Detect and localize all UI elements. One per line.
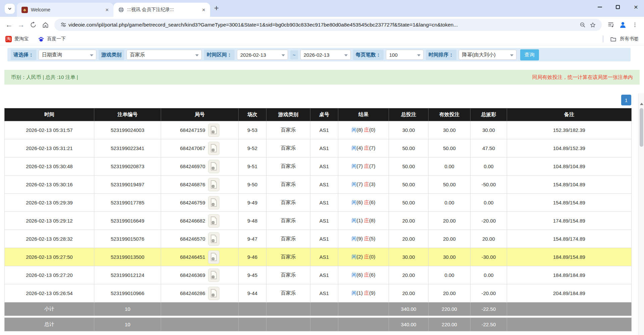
video-replay-icon[interactable]: [208, 178, 219, 191]
table-cell: AS1: [310, 157, 338, 176]
scroll-up-arrow-icon[interactable]: [640, 103, 643, 105]
table-cell: 684246570: [161, 230, 239, 248]
table-cell: 0.00: [429, 194, 470, 212]
tab-title: :::视讯 会员下注纪录:::: [127, 7, 198, 13]
round-number: 684246682: [180, 218, 205, 224]
minimize-button[interactable]: [596, 7, 603, 7]
table-cell: 20.00: [389, 212, 429, 230]
query-button[interactable]: 查询: [520, 49, 539, 60]
tab-betrecord[interactable]: :::视讯 会员下注纪录::: ×: [113, 3, 210, 17]
table-cell: 2026-02-13 05:29:12: [5, 212, 94, 230]
page-size-label: 每页笔数：: [353, 50, 384, 60]
tab-search-button[interactable]: [5, 4, 15, 14]
page-size-select[interactable]: 100: [386, 50, 424, 60]
column-header: 备注: [507, 108, 632, 121]
close-button[interactable]: ×: [633, 3, 639, 11]
column-header: 结果: [338, 108, 389, 121]
page-1-button[interactable]: 1: [621, 95, 631, 105]
table-cell: 2026-02-13 05:30:48: [5, 157, 94, 176]
video-replay-icon[interactable]: [208, 250, 219, 264]
table-row: 2026-02-13 05:27:50523199013500684246451…: [5, 248, 632, 266]
video-replay-icon[interactable]: [208, 232, 219, 246]
back-button[interactable]: ←: [3, 19, 15, 31]
video-replay-icon[interactable]: [208, 142, 219, 155]
video-replay-icon[interactable]: [208, 124, 219, 137]
table-cell: [161, 318, 239, 331]
address-bar[interactable]: videoie.com/ipl/portal.php/game/betrecor…: [54, 19, 602, 31]
table-cell: 9-48: [239, 212, 266, 230]
table-cell: 9-47: [239, 230, 266, 248]
table-cell: 104.89/104.89: [507, 157, 632, 176]
bookmark-baidu[interactable]: 百度一下: [38, 36, 66, 42]
date-to-select[interactable]: 2026-02-13: [300, 50, 351, 60]
table-cell: 340.00: [389, 302, 429, 316]
maximize-button[interactable]: [614, 5, 621, 9]
column-header: 局号: [161, 108, 239, 121]
banker-label: 庄: [364, 127, 369, 133]
result-cell: 闲(7) 庄(3): [338, 176, 389, 194]
all-bookmarks-button[interactable]: 所有书签: [620, 36, 639, 42]
table-cell: [239, 318, 266, 331]
table-cell: [266, 318, 310, 331]
url-text[interactable]: videoie.com/ipl/portal.php/game/betrecor…: [68, 22, 578, 28]
subtotal-row: 小计10340.00220.00-22.50: [5, 302, 632, 316]
media-controls-icon[interactable]: [605, 19, 616, 31]
reload-button[interactable]: [28, 19, 39, 31]
round-number: 684247159: [180, 127, 205, 133]
casino-favicon-icon: ♣: [21, 7, 28, 13]
table-cell: 523199019497: [94, 176, 161, 194]
player-label: 闲: [352, 145, 357, 151]
grand-total-row: 总计10340.00220.00-22.50: [5, 318, 632, 331]
date-from-select[interactable]: 2026-02-13: [237, 50, 288, 60]
table-cell: 340.00: [389, 318, 429, 331]
bookmark-aitaobao[interactable]: 淘 爱淘宝: [5, 36, 29, 42]
home-button[interactable]: [40, 19, 51, 31]
table-cell: [338, 302, 389, 316]
table-cell: 220.00: [429, 318, 470, 331]
table-cell: 2026-02-13 05:29:39: [5, 194, 94, 212]
sort-order-select[interactable]: 降幂(由大到小): [459, 50, 516, 60]
query-type-select[interactable]: 日期查询: [39, 50, 96, 60]
game-type-select[interactable]: 百家乐: [127, 50, 202, 60]
video-replay-icon[interactable]: [208, 214, 219, 228]
table-cell: 30.00: [389, 121, 429, 139]
tab-strip: ♣ Welcome × :::视讯 会员下注纪录::: × + ×: [0, 0, 644, 17]
tab-close-icon[interactable]: ×: [201, 6, 207, 13]
table-cell: 百家乐: [266, 176, 310, 194]
player-label: 闲: [352, 254, 357, 259]
table-cell: [266, 302, 310, 316]
video-replay-icon[interactable]: [208, 196, 219, 209]
vertical-scrollbar[interactable]: [638, 93, 644, 335]
site-info-icon[interactable]: [58, 20, 68, 30]
browser-menu-icon[interactable]: [629, 19, 641, 31]
profile-avatar[interactable]: [617, 19, 629, 31]
filter-bar: 请选择： 日期查询 游戏类别 百家乐 时间区间： 2026-02-13 ~ 20…: [7, 48, 631, 61]
video-replay-icon[interactable]: [208, 269, 219, 282]
browser-toolbar: ← → videoie.com/ipl/portal.php/game/betr…: [0, 17, 644, 33]
chevron-down-icon: [417, 54, 420, 56]
banker-label: 庄: [364, 272, 369, 278]
table-row: 2026-02-13 05:31:21523199022341684247067…: [5, 139, 632, 157]
forward-button[interactable]: →: [15, 19, 27, 31]
table-cell: 30.00: [429, 248, 470, 266]
player-label: 闲: [352, 218, 357, 223]
table-cell: 9-53: [239, 121, 266, 139]
column-header: 总派彩: [470, 108, 507, 121]
zoom-indicator-icon[interactable]: [578, 20, 588, 30]
table-cell: -50.00: [470, 176, 507, 194]
bookmark-star-icon[interactable]: [588, 20, 598, 30]
table-cell: 9-44: [239, 284, 266, 302]
table-cell: 0.00: [429, 157, 470, 176]
scrollbar-thumb[interactable]: [640, 108, 643, 147]
result-cell: 闲(8) 庄(0): [338, 121, 389, 139]
table-cell: 2026-02-13 05:31:21: [5, 139, 94, 157]
taobao-icon: 淘: [5, 36, 12, 42]
table-cell: 20.00: [470, 230, 507, 248]
tab-close-icon[interactable]: ×: [104, 6, 110, 13]
table-cell: 50.00: [389, 176, 429, 194]
video-replay-icon[interactable]: [208, 160, 219, 173]
tab-welcome[interactable]: ♣ Welcome ×: [17, 3, 113, 17]
folder-icon: [610, 36, 616, 42]
new-tab-button[interactable]: +: [214, 4, 219, 12]
video-replay-icon[interactable]: [208, 287, 219, 300]
